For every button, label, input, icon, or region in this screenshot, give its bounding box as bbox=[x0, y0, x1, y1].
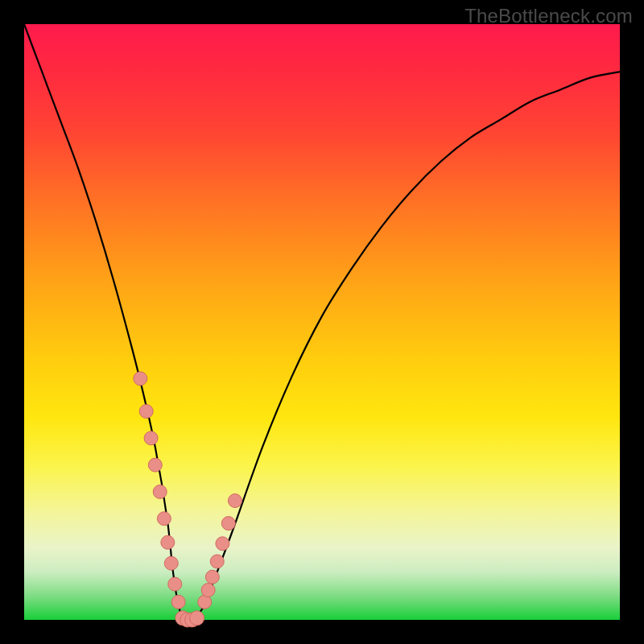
curve-marker bbox=[148, 458, 162, 472]
watermark-text: TheBottleneck.com bbox=[464, 5, 633, 27]
chart-frame: TheBottleneck.com bbox=[0, 0, 644, 644]
curve-markers bbox=[134, 372, 242, 627]
plot-area bbox=[24, 24, 620, 620]
curve-marker bbox=[139, 405, 153, 419]
curve-marker bbox=[171, 595, 185, 609]
bottleneck-curve bbox=[24, 24, 620, 621]
curve-marker bbox=[190, 611, 204, 625]
curve-marker bbox=[157, 512, 171, 526]
curve-marker bbox=[144, 431, 158, 445]
curve-layer bbox=[24, 24, 620, 620]
curve-marker bbox=[168, 577, 182, 591]
curve-marker bbox=[210, 555, 224, 568]
curve-marker bbox=[153, 485, 167, 498]
curve-marker bbox=[201, 584, 215, 597]
curve-marker bbox=[221, 517, 235, 530]
curve-marker bbox=[134, 372, 147, 386]
curve-marker bbox=[161, 535, 175, 549]
curve-marker bbox=[164, 556, 178, 570]
curve-marker bbox=[216, 537, 229, 551]
curve-marker bbox=[228, 494, 242, 508]
curve-marker bbox=[205, 570, 219, 584]
